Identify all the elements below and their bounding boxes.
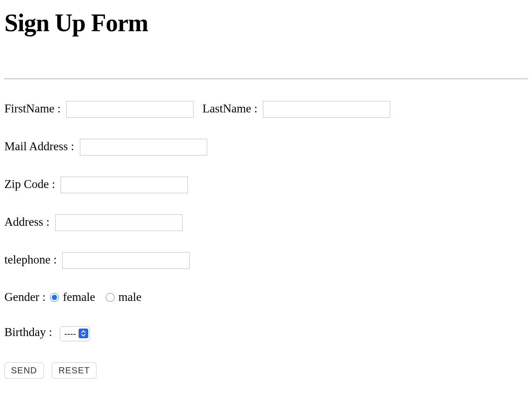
mail-input[interactable] xyxy=(80,139,207,155)
birthday-label: Birthday : xyxy=(4,325,52,339)
divider xyxy=(4,79,528,79)
firstname-input[interactable] xyxy=(66,101,194,118)
page-title: Sign Up Form xyxy=(4,9,528,37)
address-label: Address : xyxy=(4,215,50,228)
lastname-input[interactable] xyxy=(263,101,390,118)
zip-label: Zip Code : xyxy=(4,177,55,191)
address-input[interactable] xyxy=(55,214,183,231)
reset-button[interactable]: RESET xyxy=(52,362,97,379)
gender-male-text: male xyxy=(119,290,141,304)
gender-label: Gender : xyxy=(4,290,46,304)
send-button[interactable]: SEND xyxy=(4,362,44,379)
gender-female-radio[interactable] xyxy=(50,293,59,302)
telephone-label: telephone : xyxy=(4,253,57,266)
firstname-label: FirstName : xyxy=(4,102,61,115)
birthday-select[interactable]: ---- xyxy=(60,326,90,341)
lastname-label: LastName : xyxy=(202,102,257,115)
zip-input[interactable] xyxy=(61,177,188,193)
signup-form: FirstName : LastName : Mail Address : Zi… xyxy=(4,101,528,379)
telephone-input[interactable] xyxy=(62,252,190,269)
gender-female-text: female xyxy=(63,290,95,304)
mail-label: Mail Address : xyxy=(4,140,74,153)
gender-male-radio[interactable] xyxy=(106,293,115,302)
